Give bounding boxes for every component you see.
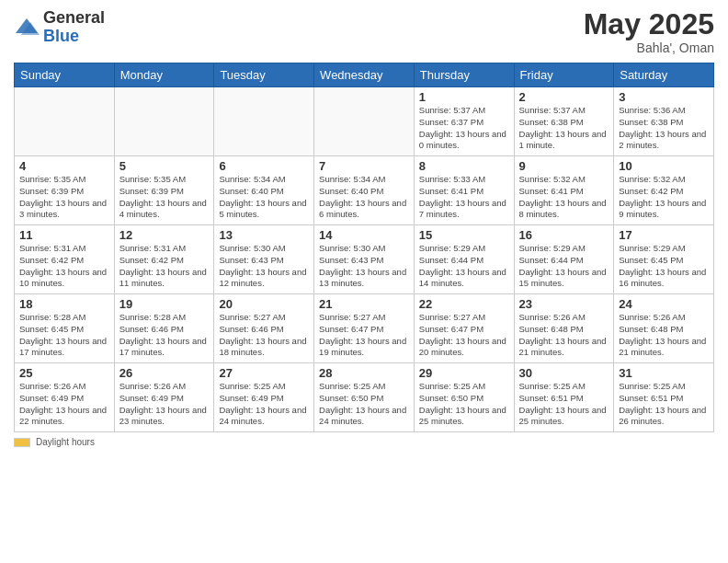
- day-number: 3: [619, 90, 709, 104]
- day-number: 5: [119, 159, 210, 173]
- day-info: Sunrise: 5:29 AM Sunset: 6:45 PM Dayligh…: [619, 243, 709, 290]
- day-info: Sunrise: 5:35 AM Sunset: 6:39 PM Dayligh…: [119, 174, 210, 221]
- day-info: Sunrise: 5:27 AM Sunset: 6:47 PM Dayligh…: [319, 312, 409, 359]
- page-header: General Blue May 2025 Bahla', Oman: [14, 9, 714, 55]
- logo-icon: [14, 15, 40, 40]
- calendar-header-row: SundayMondayTuesdayWednesdayThursdayFrid…: [15, 63, 714, 87]
- calendar-day-cell: 22Sunrise: 5:27 AM Sunset: 6:47 PM Dayli…: [414, 294, 514, 363]
- day-number: 11: [19, 228, 109, 242]
- day-number: 19: [119, 297, 210, 311]
- calendar-day-cell: 24Sunrise: 5:26 AM Sunset: 6:48 PM Dayli…: [614, 294, 714, 363]
- calendar-day-cell: 4Sunrise: 5:35 AM Sunset: 6:39 PM Daylig…: [15, 156, 115, 225]
- day-number: 13: [219, 228, 309, 242]
- day-info: Sunrise: 5:33 AM Sunset: 6:41 PM Dayligh…: [419, 174, 509, 221]
- calendar-day-cell: 21Sunrise: 5:27 AM Sunset: 6:47 PM Dayli…: [314, 294, 415, 363]
- calendar-day-cell: 8Sunrise: 5:33 AM Sunset: 6:41 PM Daylig…: [414, 156, 514, 225]
- day-info: Sunrise: 5:31 AM Sunset: 6:42 PM Dayligh…: [19, 243, 109, 290]
- calendar-footer: Daylight hours: [14, 437, 714, 447]
- calendar-day-cell: 5Sunrise: 5:35 AM Sunset: 6:39 PM Daylig…: [114, 156, 214, 225]
- day-info: Sunrise: 5:35 AM Sunset: 6:39 PM Dayligh…: [19, 174, 109, 221]
- day-number: 1: [419, 90, 509, 104]
- day-info: Sunrise: 5:30 AM Sunset: 6:43 PM Dayligh…: [319, 243, 409, 290]
- day-number: 2: [519, 90, 609, 104]
- calendar-day-header: Thursday: [414, 63, 514, 87]
- day-number: 17: [619, 228, 709, 242]
- calendar-table: SundayMondayTuesdayWednesdayThursdayFrid…: [14, 63, 714, 432]
- calendar-day-cell: 26Sunrise: 5:26 AM Sunset: 6:49 PM Dayli…: [114, 363, 214, 432]
- day-info: Sunrise: 5:31 AM Sunset: 6:42 PM Dayligh…: [119, 243, 210, 290]
- day-number: 16: [519, 228, 609, 242]
- day-number: 24: [619, 297, 709, 311]
- day-info: Sunrise: 5:28 AM Sunset: 6:46 PM Dayligh…: [119, 312, 210, 359]
- calendar-day-cell: 6Sunrise: 5:34 AM Sunset: 6:40 PM Daylig…: [214, 156, 314, 225]
- location-text: Bahla', Oman: [584, 40, 714, 55]
- day-number: 14: [319, 228, 409, 242]
- calendar-day-header: Sunday: [15, 63, 115, 87]
- day-info: Sunrise: 5:26 AM Sunset: 6:49 PM Dayligh…: [119, 381, 210, 428]
- calendar-week-row: 1Sunrise: 5:37 AM Sunset: 6:37 PM Daylig…: [15, 87, 714, 156]
- day-number: 9: [519, 159, 609, 173]
- calendar-day-cell: 2Sunrise: 5:37 AM Sunset: 6:38 PM Daylig…: [514, 87, 614, 156]
- calendar-day-cell: 30Sunrise: 5:25 AM Sunset: 6:51 PM Dayli…: [514, 363, 614, 432]
- calendar-day-cell: 28Sunrise: 5:25 AM Sunset: 6:50 PM Dayli…: [314, 363, 415, 432]
- day-info: Sunrise: 5:32 AM Sunset: 6:42 PM Dayligh…: [619, 174, 709, 221]
- title-block: May 2025 Bahla', Oman: [584, 9, 714, 55]
- calendar-day-cell: 18Sunrise: 5:28 AM Sunset: 6:45 PM Dayli…: [15, 294, 115, 363]
- calendar-day-cell: 14Sunrise: 5:30 AM Sunset: 6:43 PM Dayli…: [314, 225, 415, 294]
- day-info: Sunrise: 5:26 AM Sunset: 6:49 PM Dayligh…: [19, 381, 109, 428]
- logo-general-text: General: [43, 8, 105, 27]
- day-info: Sunrise: 5:30 AM Sunset: 6:43 PM Dayligh…: [219, 243, 309, 290]
- day-number: 7: [319, 159, 409, 173]
- calendar-day-cell: 7Sunrise: 5:34 AM Sunset: 6:40 PM Daylig…: [314, 156, 415, 225]
- day-number: 20: [219, 297, 309, 311]
- logo: General Blue: [14, 9, 105, 46]
- calendar-day-cell: 23Sunrise: 5:26 AM Sunset: 6:48 PM Dayli…: [514, 294, 614, 363]
- daylight-label: Daylight hours: [36, 437, 95, 447]
- day-info: Sunrise: 5:27 AM Sunset: 6:46 PM Dayligh…: [219, 312, 309, 359]
- calendar-day-header: Wednesday: [314, 63, 415, 87]
- day-info: Sunrise: 5:25 AM Sunset: 6:51 PM Dayligh…: [619, 381, 709, 428]
- day-number: 21: [319, 297, 409, 311]
- day-info: Sunrise: 5:25 AM Sunset: 6:51 PM Dayligh…: [519, 381, 609, 428]
- logo-blue-text: Blue: [43, 27, 79, 45]
- calendar-week-row: 11Sunrise: 5:31 AM Sunset: 6:42 PM Dayli…: [15, 225, 714, 294]
- day-number: 8: [419, 159, 509, 173]
- month-title: May 2025: [584, 9, 714, 39]
- day-number: 28: [319, 366, 409, 380]
- daylight-swatch: [14, 438, 30, 447]
- calendar-day-cell: [15, 87, 115, 156]
- calendar-day-cell: [214, 87, 314, 156]
- day-info: Sunrise: 5:25 AM Sunset: 6:50 PM Dayligh…: [319, 381, 409, 428]
- day-info: Sunrise: 5:32 AM Sunset: 6:41 PM Dayligh…: [519, 174, 609, 221]
- day-info: Sunrise: 5:26 AM Sunset: 6:48 PM Dayligh…: [519, 312, 609, 359]
- calendar-week-row: 4Sunrise: 5:35 AM Sunset: 6:39 PM Daylig…: [15, 156, 714, 225]
- calendar-day-cell: 3Sunrise: 5:36 AM Sunset: 6:38 PM Daylig…: [614, 87, 714, 156]
- calendar-day-header: Friday: [514, 63, 614, 87]
- day-info: Sunrise: 5:26 AM Sunset: 6:48 PM Dayligh…: [619, 312, 709, 359]
- calendar-day-cell: 19Sunrise: 5:28 AM Sunset: 6:46 PM Dayli…: [114, 294, 214, 363]
- calendar-day-cell: 10Sunrise: 5:32 AM Sunset: 6:42 PM Dayli…: [614, 156, 714, 225]
- day-number: 15: [419, 228, 509, 242]
- calendar-day-cell: 9Sunrise: 5:32 AM Sunset: 6:41 PM Daylig…: [514, 156, 614, 225]
- day-info: Sunrise: 5:27 AM Sunset: 6:47 PM Dayligh…: [419, 312, 509, 359]
- calendar-day-cell: 13Sunrise: 5:30 AM Sunset: 6:43 PM Dayli…: [214, 225, 314, 294]
- day-number: 26: [119, 366, 210, 380]
- day-info: Sunrise: 5:34 AM Sunset: 6:40 PM Dayligh…: [319, 174, 409, 221]
- day-number: 30: [519, 366, 609, 380]
- day-info: Sunrise: 5:36 AM Sunset: 6:38 PM Dayligh…: [619, 105, 709, 152]
- calendar-day-cell: [314, 87, 415, 156]
- day-number: 12: [119, 228, 210, 242]
- day-info: Sunrise: 5:37 AM Sunset: 6:38 PM Dayligh…: [519, 105, 609, 152]
- day-number: 31: [619, 366, 709, 380]
- day-info: Sunrise: 5:25 AM Sunset: 6:49 PM Dayligh…: [219, 381, 309, 428]
- calendar-day-cell: 1Sunrise: 5:37 AM Sunset: 6:37 PM Daylig…: [414, 87, 514, 156]
- calendar-day-header: Saturday: [614, 63, 714, 87]
- day-number: 18: [19, 297, 109, 311]
- calendar-week-row: 18Sunrise: 5:28 AM Sunset: 6:45 PM Dayli…: [15, 294, 714, 363]
- day-number: 23: [519, 297, 609, 311]
- calendar-week-row: 25Sunrise: 5:26 AM Sunset: 6:49 PM Dayli…: [15, 363, 714, 432]
- calendar-day-cell: 31Sunrise: 5:25 AM Sunset: 6:51 PM Dayli…: [614, 363, 714, 432]
- day-info: Sunrise: 5:25 AM Sunset: 6:50 PM Dayligh…: [419, 381, 509, 428]
- day-number: 10: [619, 159, 709, 173]
- day-info: Sunrise: 5:29 AM Sunset: 6:44 PM Dayligh…: [519, 243, 609, 290]
